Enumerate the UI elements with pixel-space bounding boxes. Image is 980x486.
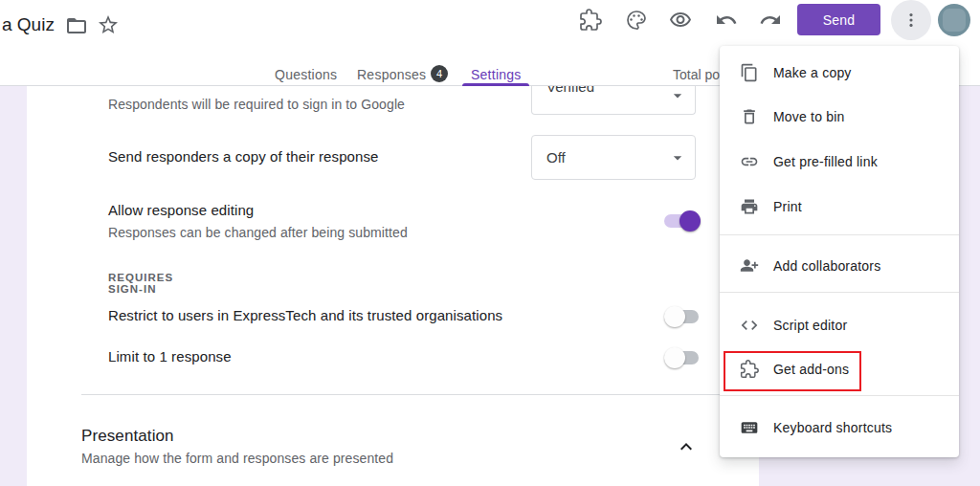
allow-editing-label: Allow response editing xyxy=(108,202,254,218)
theme-palette-icon[interactable] xyxy=(625,9,648,32)
signin-verification-dropdown[interactable]: Verified xyxy=(531,86,696,115)
person-add-icon xyxy=(740,256,759,276)
responses-count-badge: 4 xyxy=(431,65,448,82)
copy-icon xyxy=(740,63,759,82)
more-options-button[interactable] xyxy=(891,0,931,40)
response-copy-label: Send responders a copy of their response xyxy=(108,148,379,165)
restrict-users-label: Restrict to users in ExpressTech and its… xyxy=(108,307,502,323)
more-options-menu: Make a copy Move to bin Get pre-filled l… xyxy=(720,46,959,457)
menu-item-print[interactable]: Print xyxy=(720,185,959,229)
allow-editing-note: Responses can be changed after being sub… xyxy=(108,225,408,240)
folder-icon[interactable] xyxy=(65,14,88,37)
menu-item-make-a-copy[interactable]: Make a copy xyxy=(720,51,959,95)
limit-one-response-toggle[interactable] xyxy=(664,347,701,368)
limit-one-response-label: Limit to 1 response xyxy=(108,348,232,364)
active-tab-underline xyxy=(462,83,529,86)
redo-icon[interactable] xyxy=(759,9,782,32)
section-divider xyxy=(81,394,732,395)
dropdown-value: Verified xyxy=(546,86,594,95)
chevron-up-icon[interactable] xyxy=(675,435,698,458)
preview-eye-icon[interactable] xyxy=(669,9,692,32)
menu-item-move-to-bin[interactable]: Move to bin xyxy=(720,95,959,139)
signin-requirement-note: Respondents will be required to sign in … xyxy=(108,97,405,112)
chevron-down-icon xyxy=(668,86,687,105)
trash-icon xyxy=(740,107,759,126)
account-avatar[interactable] xyxy=(938,4,970,36)
print-icon xyxy=(740,197,759,216)
keyboard-icon xyxy=(740,418,759,437)
code-icon xyxy=(740,316,759,335)
presentation-section-title: Presentation xyxy=(81,427,174,446)
addons-puzzle-icon[interactable] xyxy=(579,9,602,32)
menu-divider xyxy=(720,292,959,293)
kebab-menu-icon xyxy=(902,11,921,30)
menu-item-get-add-ons[interactable]: Get add-ons xyxy=(720,347,959,391)
undo-icon[interactable] xyxy=(715,9,738,32)
tab-settings[interactable]: Settings xyxy=(471,67,522,82)
menu-divider xyxy=(720,234,959,235)
puzzle-icon xyxy=(740,360,759,379)
dropdown-value: Off xyxy=(546,149,566,166)
tab-questions[interactable]: Questions xyxy=(275,67,337,82)
tab-responses[interactable]: Responses xyxy=(357,67,426,82)
link-icon xyxy=(740,152,759,171)
menu-item-get-pre-filled-link[interactable]: Get pre-filled link xyxy=(720,140,959,184)
google-forms-settings-page: a Quiz Send Questions Responses 4 xyxy=(0,0,980,486)
total-points-label: Total poi xyxy=(673,67,723,82)
menu-divider xyxy=(720,395,959,396)
avatar-image xyxy=(943,9,966,32)
send-button[interactable]: Send xyxy=(797,4,880,35)
menu-item-add-collaborators[interactable]: Add collaborators xyxy=(720,244,959,288)
presentation-section-note: Manage how the form and responses are pr… xyxy=(81,451,393,466)
toggle-knob xyxy=(664,306,685,327)
response-copy-dropdown[interactable]: Off xyxy=(531,135,696,180)
chevron-down-icon xyxy=(668,148,687,167)
allow-editing-toggle[interactable] xyxy=(664,210,701,232)
restrict-users-toggle[interactable] xyxy=(664,306,701,327)
menu-item-script-editor[interactable]: Script editor xyxy=(720,303,959,347)
toggle-knob xyxy=(679,210,701,232)
form-title: a Quiz xyxy=(2,14,55,35)
toggle-knob xyxy=(664,347,685,368)
menu-item-keyboard-shortcuts[interactable]: Keyboard shortcuts xyxy=(720,406,959,450)
star-icon[interactable] xyxy=(97,13,120,36)
requires-signin-section-label: REQUIRES SIGN-IN xyxy=(108,272,173,295)
